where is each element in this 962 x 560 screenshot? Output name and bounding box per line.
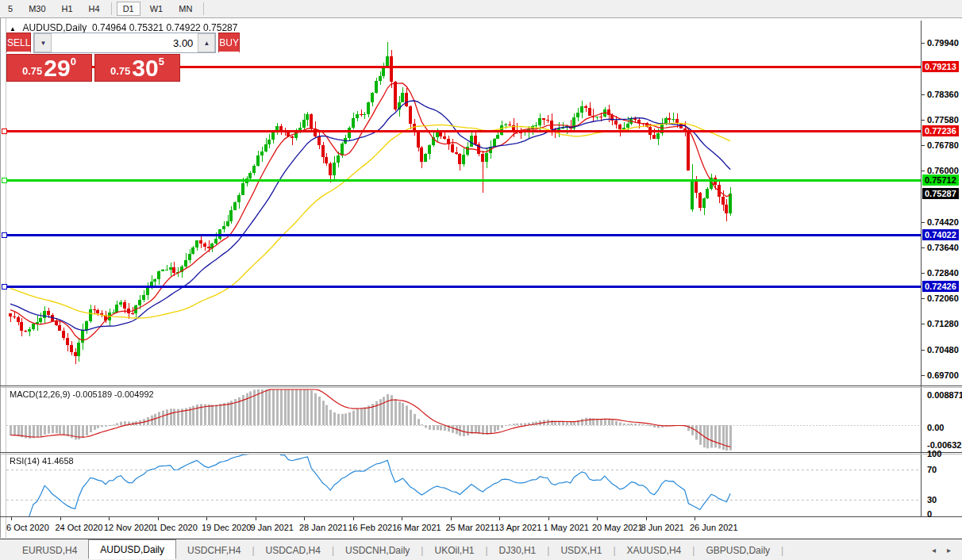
date-axis[interactable]: 6 Oct 202024 Oct 202012 Nov 20201 Dec 20…	[0, 517, 921, 538]
tab-usdx-h1[interactable]: USDX,H1	[549, 542, 613, 559]
tab-audusd-daily[interactable]: AUDUSD,Daily	[88, 539, 176, 559]
sell-price-box[interactable]: 0.75 29 0	[6, 54, 92, 82]
timeframe-button-h4[interactable]: H4	[83, 2, 106, 16]
price-axis-label: 0.69700	[927, 370, 959, 380]
rsi-indicator-canvas[interactable]	[6, 455, 921, 516]
tab-usdcad-h4[interactable]: USDCAD,H4	[255, 542, 332, 559]
rsi-axis-label: 70	[927, 465, 937, 474]
price-axis-label: 0.77580	[927, 115, 959, 125]
hline-handle[interactable]	[2, 178, 7, 183]
buy-price-sup: 5	[159, 56, 164, 67]
timeframe-button-5[interactable]: 5	[2, 2, 19, 16]
one-click-trade-panel: SELL ▼ ▲ BUY 0.75 29 0 0.75 30 5	[6, 33, 180, 82]
price-axis-tick	[922, 171, 925, 171]
price-axis-tick	[922, 94, 925, 95]
date-axis-label: 6 Oct 2020	[6, 523, 49, 532]
timeframe-button-h1[interactable]: H1	[56, 2, 79, 16]
price-axis-label: 0.71280	[927, 319, 959, 328]
volume-spinner: ▼ ▲	[33, 33, 216, 53]
date-axis-tick	[695, 517, 695, 520]
timeframe-button-mn[interactable]: MN	[172, 2, 198, 16]
date-axis-tick	[597, 517, 598, 520]
chart-title: ▲ AUDUSD,Daily 0.74964 0.75321 0.74922 0…	[10, 22, 237, 33]
date-axis-tick	[548, 517, 549, 520]
tab-separator: |	[781, 545, 783, 556]
sell-price-big: 29	[44, 57, 70, 79]
timeframe-button-d1[interactable]: D1	[117, 2, 140, 16]
price-axis[interactable]: 0.799400.783600.775800.767800.760000.744…	[922, 21, 962, 516]
timeframe-toolbar: 5M30H1H4D1W1MN	[0, 0, 962, 18]
date-axis-label: 16 Feb 2021	[348, 523, 398, 532]
price-axis-tick	[922, 298, 925, 299]
price-axis-label: 0.70480	[927, 345, 959, 355]
price-axis-label: 0.72060	[927, 293, 959, 303]
sell-button[interactable]: SELL	[6, 33, 31, 53]
rsi-axis-label: 100	[927, 449, 941, 458]
price-badge-0.77236: 0.77236	[922, 125, 959, 136]
date-axis-label: 20 May 2021	[592, 523, 643, 532]
date-axis-tick	[451, 517, 452, 520]
date-axis-label: 1 May 2021	[544, 523, 589, 532]
tab-scroll-arrows: ◂▸	[932, 546, 951, 554]
volume-decrease-button[interactable]: ▼	[34, 33, 52, 52]
date-axis-tick	[353, 517, 354, 520]
tab-scroll-left-icon[interactable]: ◂	[932, 546, 936, 554]
timeframe-button-w1[interactable]: W1	[144, 2, 170, 16]
buy-price-base: 0.75	[110, 65, 130, 77]
macd-axis-label: 0.00	[927, 423, 944, 432]
price-axis-label: 0.78360	[927, 90, 959, 99]
tab-xauusd-h4[interactable]: XAUUSD,H4	[616, 542, 693, 559]
date-axis-tick	[304, 517, 305, 520]
timeframe-button-m30[interactable]: M30	[22, 2, 52, 16]
collapse-triangle-icon[interactable]: ▲	[10, 25, 16, 33]
price-axis-tick	[922, 273, 925, 274]
macd-axis-label: 0.008871	[927, 390, 962, 400]
price-badge-0.75287: 0.75287	[922, 188, 959, 199]
hline-handle[interactable]	[2, 232, 7, 238]
date-axis-tick	[158, 517, 159, 520]
tab-ukoil-h1[interactable]: UKOil,H1	[423, 542, 485, 559]
sell-price-base: 0.75	[22, 65, 42, 77]
price-badge-0.75712: 0.75712	[922, 175, 959, 186]
macd-rsi-separator[interactable]	[0, 452, 962, 453]
tab-gbpusd-daily[interactable]: GBPUSD,Daily	[695, 542, 781, 559]
rsi-axis-label: 0	[927, 509, 932, 519]
toolbar-separator	[203, 2, 204, 15]
rsi-axis-label: 30	[927, 495, 937, 504]
price-badge-0.74022: 0.74022	[922, 229, 959, 240]
date-axis-label: 8 Jun 2021	[641, 523, 684, 532]
tab-dj30-h1[interactable]: DJ30,H1	[488, 542, 548, 559]
date-axis-label: 26 Jun 2021	[690, 523, 738, 532]
trading-app-screen: 5M30H1H4D1W1MN ▲ AUDUSD,Daily 0.74964 0.…	[0, 0, 962, 560]
price-axis-label: 0.76780	[927, 140, 959, 150]
date-axis-tick	[499, 517, 500, 520]
date-axis-tick	[256, 517, 256, 520]
chart-tab-bar: EURUSD,H4AUDUSD,DailyUSDCHF,H4|USDCAD,H4…	[0, 539, 962, 560]
tab-usdcnh-daily[interactable]: USDCNH,Daily	[334, 542, 421, 559]
tab-eurusd-h4[interactable]: EURUSD,H4	[11, 542, 88, 559]
price-axis-tick	[922, 350, 925, 351]
date-axis-tick	[646, 517, 647, 520]
volume-increase-button[interactable]: ▲	[198, 33, 215, 52]
hline-handle[interactable]	[2, 284, 7, 290]
price-axis-label: 0.73640	[927, 243, 959, 252]
tab-usdchf-h4[interactable]: USDCHF,H4	[176, 542, 252, 559]
date-axis-label: 25 Mar 2021	[446, 523, 495, 532]
tab-scroll-right-icon[interactable]: ▸	[947, 546, 951, 554]
date-axis-tick	[109, 517, 110, 520]
date-axis-label: 24 Oct 2020	[56, 523, 103, 532]
price-axis-tick	[922, 120, 925, 121]
buy-price-box[interactable]: 0.75 30 5	[94, 54, 180, 82]
toolbar-separator	[111, 2, 112, 15]
hline-handle[interactable]	[2, 128, 7, 134]
buy-price-big: 30	[132, 57, 158, 79]
volume-input[interactable]	[52, 33, 198, 52]
price-axis-tick	[922, 43, 925, 44]
price-axis-label: 0.72840	[927, 268, 959, 278]
main-macd-separator[interactable]	[0, 385, 962, 386]
macd-label: MACD(12,26,9) -0.005189 -0.004992	[10, 389, 154, 399]
price-axis-tick	[922, 222, 925, 223]
price-axis-tick	[922, 324, 925, 324]
date-axis-label: 19 Dec 2020	[202, 523, 251, 532]
buy-button[interactable]: BUY	[218, 33, 240, 53]
